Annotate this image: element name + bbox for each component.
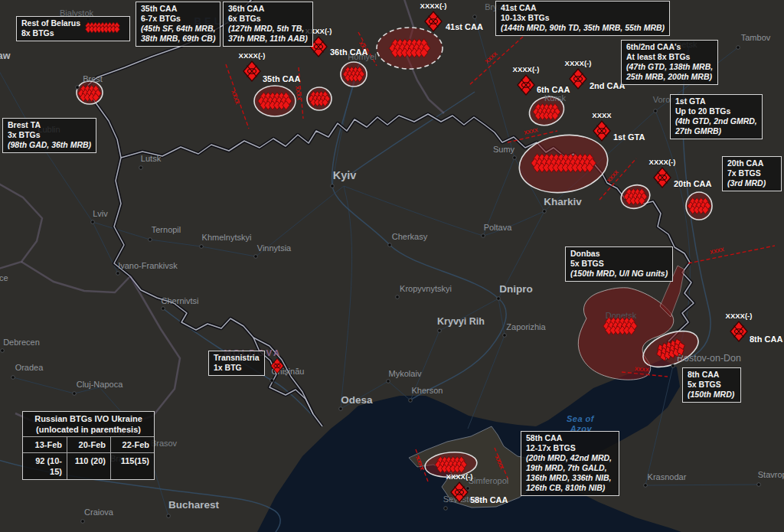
- unit-echelon-label: XXXX(-): [726, 312, 753, 320]
- btg-cluster-35th-caa-grouping: [258, 93, 292, 110]
- unit-marker-20th-caa: XXXX(-)20th CAA: [649, 158, 712, 188]
- axis-label: XXXX: [484, 51, 498, 64]
- unit-symbol-icon: [425, 11, 442, 31]
- axis-label: XXXX: [524, 127, 539, 135]
- city: Oradea: [11, 363, 44, 379]
- city-dot: [466, 487, 470, 491]
- city-dot: [331, 184, 335, 188]
- city-label: Kursk: [544, 93, 567, 103]
- city-label: Odesa: [341, 394, 373, 406]
- city: Bryansk: [473, 2, 516, 18]
- city: Tambov: [737, 33, 771, 49]
- unit-symbol-icon: [654, 168, 671, 188]
- city-dot: [757, 483, 761, 487]
- river: [332, 61, 507, 400]
- city-dot: [254, 255, 258, 259]
- city-label: Bucharest: [168, 499, 220, 511]
- region-label: Azov: [570, 424, 593, 433]
- btg-table-col-header: 20-Feb: [67, 437, 110, 452]
- btg-cluster-west-of-36th: [309, 91, 330, 106]
- city: Lipetsk: [670, 40, 697, 55]
- region-label: Sea of: [567, 414, 595, 423]
- city: Bucharest: [167, 499, 220, 517]
- city-dot: [387, 380, 390, 383]
- city-label: Lviv: [93, 209, 108, 218]
- btg-cluster-north-of-chernihiv: [389, 39, 430, 57]
- city-dot: [162, 307, 165, 311]
- btg-table-subtitle: (unlocated in parenthesis): [23, 424, 154, 437]
- city-dot: [388, 243, 392, 247]
- unit-marker-6th-caa: XXXX(-)6th CAA: [513, 65, 570, 95]
- city-dot: [513, 156, 517, 160]
- border-line: [114, 158, 322, 426]
- city: Kyiv: [331, 169, 357, 188]
- city-label: Stavropol: [758, 470, 784, 479]
- unit-symbol-icon: [730, 321, 747, 341]
- city-label: Debrecen: [3, 338, 40, 347]
- city: Bialystok: [60, 8, 94, 21]
- city: Craiova: [81, 508, 114, 523]
- city: Mykolaiv: [387, 369, 422, 383]
- city-dot: [270, 379, 274, 383]
- city-label: Tambov: [741, 33, 771, 42]
- city-dot: [670, 52, 674, 56]
- btg-cluster-belgorod-east: [688, 197, 711, 214]
- city-label: Brest: [83, 74, 103, 83]
- donbas-area-north: [660, 266, 684, 317]
- unit-name-label: 41st CAA: [446, 22, 483, 31]
- road: [341, 186, 352, 409]
- unit-symbol-icon: [310, 37, 327, 57]
- city-dot: [543, 210, 547, 214]
- btg-cluster-kursk: [533, 103, 560, 119]
- city-label: Lipetsk: [671, 40, 697, 49]
- city: Debrecen: [1, 338, 40, 352]
- unit-echelon-label: XXXX(-): [446, 472, 473, 481]
- city-dot: [200, 245, 204, 249]
- city-label: Poltava: [484, 223, 513, 232]
- city-dot: [73, 392, 77, 396]
- unit-name-label: 6th CAA: [537, 85, 570, 94]
- unit-echelon-label: XXXX(-): [305, 27, 332, 35]
- unit-marker-8th-caa: XXXX(-)8th CAA: [726, 312, 783, 344]
- city: Kosice: [0, 273, 8, 282]
- city-label: Krasnodar: [648, 472, 687, 481]
- city-dot: [473, 15, 477, 19]
- unit-symbol-icon: [593, 121, 610, 141]
- btg-cluster-north-of-kharkiv: [531, 154, 596, 172]
- city-dot: [339, 407, 343, 411]
- city-dot: [116, 272, 120, 276]
- city-dot: [11, 376, 15, 380]
- city-dot: [737, 46, 740, 50]
- unit-name-label: 8th CAA: [750, 335, 782, 344]
- unit-echelon-label: XXXX(-): [649, 158, 676, 166]
- axis-label: XXXX: [606, 169, 619, 184]
- unit-marker-35th-caa: XXXX(-)35th CAA: [239, 51, 301, 83]
- btg-table-title: Russian BTGs IVO Ukraine: [23, 412, 154, 424]
- city-label: Brasov: [151, 439, 178, 448]
- city: Zaporizhia: [503, 322, 547, 337]
- city-dot: [1, 349, 5, 353]
- unit-name-label: 35th CAA: [263, 74, 301, 83]
- city-label: Mykolaiv: [389, 369, 422, 378]
- city: Stavropol: [757, 470, 784, 486]
- city-dot: [482, 234, 485, 238]
- city-dot: [644, 484, 648, 488]
- city-label: Lublin: [38, 125, 60, 134]
- city-label: Ternopil: [152, 225, 181, 234]
- btg-table-value: 92 (10-15): [23, 453, 67, 479]
- city-dot: [671, 364, 675, 368]
- river: [346, 92, 475, 178]
- city-label: Voronezh: [653, 95, 688, 104]
- city-dot: [503, 334, 507, 338]
- city-label: Kosice: [0, 273, 8, 282]
- btg-table-value: 110 (20): [67, 453, 110, 479]
- city-dot: [409, 399, 413, 403]
- city-dot: [497, 297, 501, 301]
- unit-marker-36th-caa: XXXX(-)36th CAA: [305, 27, 368, 57]
- axis-label: XXXX: [230, 90, 240, 105]
- city-dot: [81, 520, 85, 524]
- situation-map: BELARUSMOLDOVAROMANIASea ofAzov XXXXXXXX…: [0, 0, 784, 532]
- unit-echelon-label: XXXX(-): [513, 65, 540, 73]
- city-label: Simferopol: [469, 476, 509, 485]
- city-label: Craiova: [84, 508, 114, 517]
